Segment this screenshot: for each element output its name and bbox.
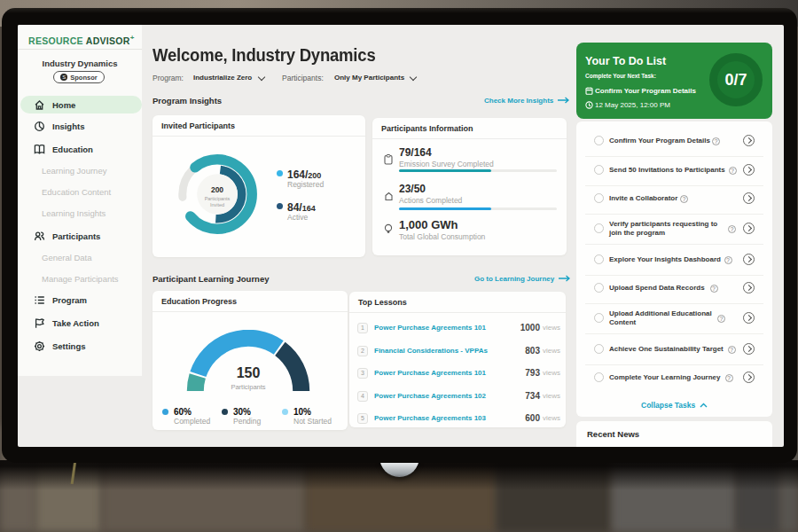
svg-text:150: 150	[237, 365, 261, 380]
svg-text:200: 200	[211, 185, 223, 194]
svg-text:Invited: Invited	[210, 202, 224, 207]
svg-text:Participants: Participants	[231, 383, 265, 391]
svg-text:Participants: Participants	[205, 196, 231, 201]
